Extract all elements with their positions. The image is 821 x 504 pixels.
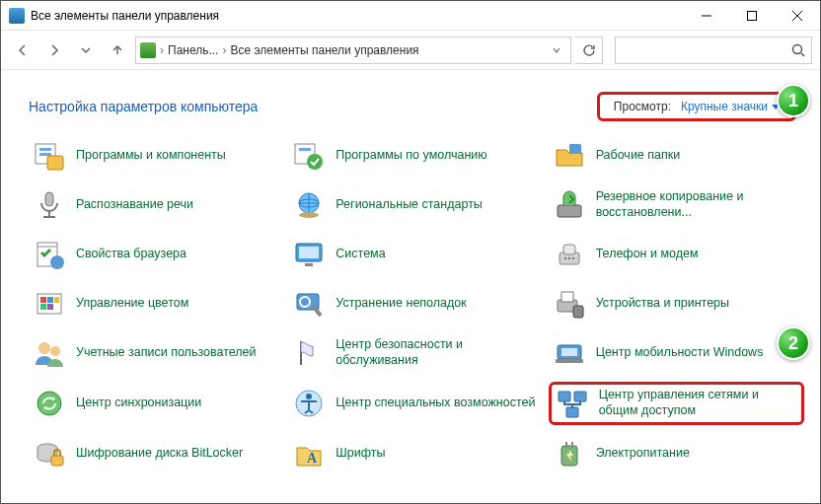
item-troubleshooting[interactable]: Устранение неполадок xyxy=(288,283,544,324)
svg-point-8 xyxy=(307,154,323,170)
svg-rect-44 xyxy=(559,392,570,401)
maximize-button[interactable] xyxy=(729,1,775,31)
svg-point-23 xyxy=(568,257,570,259)
svg-text:A: A xyxy=(307,451,318,466)
breadcrumb-2[interactable]: Все элементы панели управления xyxy=(230,43,418,57)
view-label: Просмотр: xyxy=(614,100,671,113)
bitlocker-icon xyxy=(33,437,66,470)
control-panel-icon xyxy=(9,8,25,24)
item-bitlocker[interactable]: Шифрование диска BitLocker xyxy=(29,433,284,474)
svg-rect-27 xyxy=(47,297,53,303)
window-title: Все элементы панели управления xyxy=(31,9,219,23)
up-button[interactable] xyxy=(104,36,131,64)
item-color-management[interactable]: Управление цветом xyxy=(29,283,284,324)
svg-rect-19 xyxy=(305,263,313,266)
item-user-accounts[interactable]: Учетные записи пользователей xyxy=(29,332,284,374)
svg-rect-28 xyxy=(54,297,59,303)
item-security-maintenance[interactable]: Центр безопасности и обслуживания xyxy=(288,332,544,374)
svg-point-1 xyxy=(793,44,802,53)
svg-rect-35 xyxy=(573,306,583,318)
internet-options-icon xyxy=(33,238,66,271)
items-grid: Программы и компоненты Программы по умол… xyxy=(1,131,820,478)
svg-point-41 xyxy=(37,392,61,415)
svg-rect-48 xyxy=(51,456,63,466)
svg-rect-39 xyxy=(556,359,583,363)
item-network-sharing-center[interactable]: Центр управления сетями и общим доступом xyxy=(549,382,804,425)
chevron-right-icon: › xyxy=(160,43,164,57)
item-work-folders[interactable]: Рабочие папки xyxy=(549,135,804,177)
svg-point-43 xyxy=(306,394,312,399)
item-power-options[interactable]: Электропитание xyxy=(549,433,804,474)
item-devices-printers[interactable]: Устройства и принтеры xyxy=(549,283,804,324)
svg-rect-9 xyxy=(569,144,581,154)
backup-icon xyxy=(553,188,586,222)
search-input[interactable] xyxy=(615,36,812,64)
svg-point-37 xyxy=(50,346,60,356)
item-speech-recognition[interactable]: Распознавание речи xyxy=(29,184,284,226)
svg-rect-45 xyxy=(574,392,586,401)
svg-rect-21 xyxy=(563,245,575,254)
svg-point-24 xyxy=(572,257,574,259)
svg-rect-30 xyxy=(47,304,53,310)
default-programs-icon xyxy=(292,139,326,173)
svg-point-36 xyxy=(38,342,50,354)
item-programs-and-features[interactable]: Программы и компоненты xyxy=(29,135,284,177)
svg-rect-10 xyxy=(45,192,53,206)
item-system[interactable]: Система xyxy=(288,234,544,275)
svg-point-22 xyxy=(564,257,566,259)
network-icon xyxy=(556,387,589,420)
item-ease-of-access[interactable]: Центр специальных возможностей xyxy=(288,382,544,425)
power-icon xyxy=(553,437,586,470)
titlebar: Все элементы панели управления xyxy=(1,1,820,31)
recent-dropdown[interactable] xyxy=(72,36,100,64)
svg-rect-14 xyxy=(558,205,581,217)
item-internet-options[interactable]: Свойства браузера xyxy=(29,234,284,275)
control-panel-path-icon xyxy=(140,42,156,58)
content-header: Настройка параметров компьютера Просмотр… xyxy=(1,70,820,131)
item-phone-modem[interactable]: Телефон и модем xyxy=(549,234,804,275)
item-default-programs[interactable]: Программы по умолчанию xyxy=(288,135,544,177)
view-value[interactable]: Крупные значки xyxy=(681,100,780,113)
flag-icon xyxy=(292,336,326,370)
back-button[interactable] xyxy=(9,36,37,64)
troubleshoot-icon xyxy=(292,287,326,321)
item-backup-restore[interactable]: Резервное копирование и восстановлени... xyxy=(549,184,804,226)
address-dropdown[interactable] xyxy=(547,37,566,63)
navbar: › Панель... › Все элементы панели управл… xyxy=(1,31,820,70)
svg-rect-18 xyxy=(299,247,319,258)
minimize-button[interactable] xyxy=(684,1,729,31)
close-button[interactable] xyxy=(775,1,820,31)
svg-point-16 xyxy=(50,255,64,269)
item-sync-center[interactable]: Центр синхронизации xyxy=(29,382,284,425)
programs-icon xyxy=(33,139,66,173)
breadcrumb-1[interactable]: Панель... xyxy=(168,43,218,57)
mobility-icon xyxy=(553,336,586,370)
chevron-right-icon: › xyxy=(222,43,226,57)
view-selector[interactable]: Просмотр: Крупные значки xyxy=(597,92,796,121)
forward-button[interactable] xyxy=(40,36,68,64)
svg-rect-29 xyxy=(40,304,46,310)
globe-icon xyxy=(292,188,326,222)
color-icon xyxy=(33,287,66,321)
annotation-badge-2: 2 xyxy=(777,326,810,360)
item-fonts[interactable]: A Шрифты xyxy=(288,433,544,474)
address-bar[interactable]: › Панель... › Все элементы панели управл… xyxy=(135,36,571,64)
sync-icon xyxy=(33,387,66,420)
item-region[interactable]: Региональные стандарты xyxy=(288,184,544,226)
svg-rect-46 xyxy=(566,407,578,417)
phone-modem-icon xyxy=(553,238,586,271)
page-title: Настройка параметров компьютера xyxy=(29,99,258,114)
svg-rect-40 xyxy=(561,348,577,356)
svg-point-13 xyxy=(299,212,319,218)
svg-rect-51 xyxy=(565,442,567,448)
ease-of-access-icon xyxy=(292,387,326,420)
microphone-icon xyxy=(33,188,66,222)
svg-rect-7 xyxy=(299,148,311,151)
devices-printers-icon xyxy=(553,287,586,321)
search-icon xyxy=(791,43,805,57)
svg-rect-0 xyxy=(748,11,757,20)
svg-rect-52 xyxy=(571,442,573,448)
refresh-button[interactable] xyxy=(575,36,603,64)
item-mobility-center[interactable]: Центр мобильности Windows xyxy=(549,332,804,374)
work-folders-icon xyxy=(553,139,586,173)
